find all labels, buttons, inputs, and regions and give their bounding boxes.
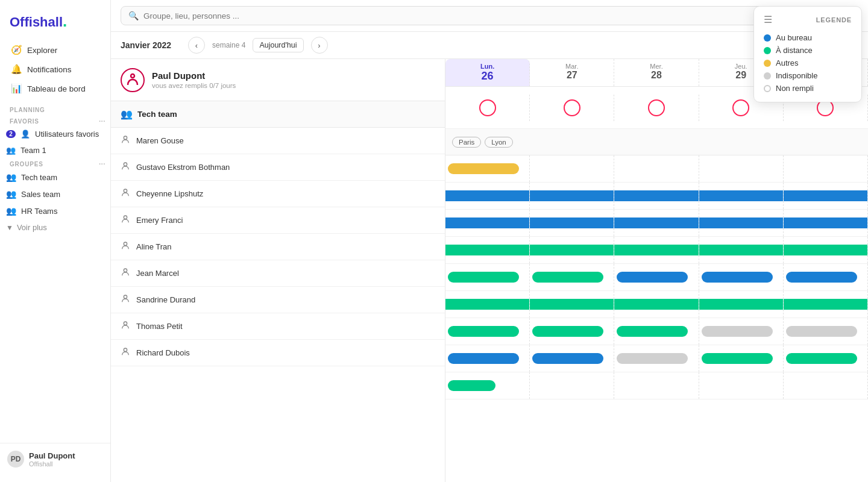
gustavo-day-1[interactable] <box>445 183 530 209</box>
week-label: semaine 4 <box>212 41 245 49</box>
thomas-day-5[interactable] <box>784 345 868 372</box>
emery-day-2[interactable] <box>530 237 614 263</box>
maren-day-3[interactable] <box>614 155 699 182</box>
today-btn[interactable]: Aujourd'hui <box>253 38 303 52</box>
richard-day-5[interactable] <box>784 372 868 399</box>
emery-day-1[interactable] <box>445 237 530 263</box>
status-bar <box>445 299 529 310</box>
voir-plus-btn[interactable]: ▼ Voir plus <box>0 219 110 236</box>
jean-day-4[interactable] <box>699 291 784 318</box>
sidebar-item-tableau[interactable]: 📊 Tableau de bord <box>5 79 105 98</box>
aline-day-1[interactable] <box>445 264 530 290</box>
team-icon: 👥 <box>6 146 16 155</box>
cheyenne-day-3[interactable] <box>614 210 699 236</box>
aline-day-4[interactable] <box>699 264 784 290</box>
paul-day-1[interactable] <box>445 95 530 121</box>
richard-day-1[interactable] <box>445 372 530 399</box>
paul-day-2[interactable] <box>530 95 614 121</box>
aline-day-3[interactable] <box>614 264 699 290</box>
sidebar-item-tech-team[interactable]: 👥 Tech team <box>0 169 110 186</box>
sidebar-item-sales-team[interactable]: 👥 Sales team <box>0 186 110 202</box>
search-input[interactable] <box>143 11 851 20</box>
group-people-icon: 👥 <box>121 108 133 120</box>
groupes-more-btn[interactable]: ··· <box>99 161 105 167</box>
gustavo-day-2[interactable] <box>530 183 614 209</box>
status-bar <box>532 272 603 283</box>
legend-popup: ☰ LEGENDE Au bureau À distance Autres In… <box>753 6 862 102</box>
sandrine-day-4[interactable] <box>699 318 784 345</box>
emery-day-3[interactable] <box>614 237 699 263</box>
svg-point-1 <box>124 136 127 139</box>
sandrine-day-5[interactable] <box>784 318 868 345</box>
cheyenne-day-4[interactable] <box>699 210 784 236</box>
search-box[interactable]: 🔍 <box>121 6 858 25</box>
sidebar-item-notifications[interactable]: 🔔 Notifications <box>5 60 105 79</box>
sandrine-day-3[interactable] <box>614 318 699 345</box>
richard-day-2[interactable] <box>530 372 614 399</box>
svg-point-4 <box>124 216 127 219</box>
status-bar <box>702 353 773 364</box>
table-row: Maren Gouse <box>111 128 445 154</box>
gustavo-day-4[interactable] <box>699 183 784 209</box>
emery-day-5[interactable] <box>784 237 868 263</box>
favoris-more-btn[interactable]: ··· <box>99 118 105 125</box>
svg-point-8 <box>124 322 127 325</box>
svg-point-0 <box>131 74 134 78</box>
thomas-day-3[interactable] <box>614 345 699 372</box>
sandrine-day-1[interactable] <box>445 318 530 345</box>
day-circle <box>648 99 665 116</box>
richard-day-4[interactable] <box>699 372 784 399</box>
jean-day-2[interactable] <box>530 291 614 318</box>
sidebar-item-explorer[interactable]: 🧭 Explorer <box>5 40 105 60</box>
member-name: Sandrine Durand <box>136 295 195 304</box>
sidebar: Offishall. 🧭 Explorer 🔔 Notifications 📊 … <box>0 0 111 482</box>
status-bar <box>699 218 783 228</box>
table-row: Jean Marcel <box>111 260 445 287</box>
emery-day-4[interactable] <box>699 237 784 263</box>
team-group-icon3: 👥 <box>6 206 16 216</box>
favoris-badge: 2 <box>6 130 16 138</box>
cheyenne-day-1[interactable] <box>445 210 530 236</box>
person-icon <box>121 161 130 173</box>
day-header-tue: Mar. 27 <box>530 59 614 86</box>
maren-day-5[interactable] <box>784 155 868 182</box>
person-icon <box>121 294 130 305</box>
maren-day-2[interactable] <box>530 155 614 182</box>
search-icon: 🔍 <box>128 11 139 20</box>
svg-point-2 <box>124 163 127 166</box>
status-bar <box>448 353 519 364</box>
jean-day-3[interactable] <box>614 291 699 318</box>
paul-day-3[interactable] <box>614 95 699 121</box>
jean-day-1[interactable] <box>445 291 530 318</box>
prev-week-btn[interactable]: ‹ <box>188 37 205 54</box>
sidebar-item-team1[interactable]: 👥 Team 1 <box>0 142 110 158</box>
aline-day-5[interactable] <box>784 264 868 290</box>
cheyenne-day-2[interactable] <box>530 210 614 236</box>
calendar-month-year: Janvier 2022 <box>121 40 181 50</box>
sidebar-user[interactable]: PD Paul Dupont Offishall <box>0 443 110 475</box>
cheyenne-day-5[interactable] <box>784 210 868 236</box>
thomas-day-2[interactable] <box>530 345 614 372</box>
dashboard-icon: 📊 <box>11 83 22 94</box>
legend-header: ☰ LEGENDE <box>764 14 852 25</box>
thomas-day-4[interactable] <box>699 345 784 372</box>
richard-day-3[interactable] <box>614 372 699 399</box>
status-bar <box>448 272 519 283</box>
sandrine-day-2[interactable] <box>530 318 614 345</box>
member-name: Gustavo Ekstrom Bothman <box>136 163 230 172</box>
next-week-btn[interactable]: › <box>311 37 328 54</box>
sandrine-data-row <box>445 318 868 345</box>
day-circle <box>732 99 749 116</box>
svg-point-3 <box>124 189 127 192</box>
jean-day-5[interactable] <box>784 291 868 318</box>
gustavo-day-5[interactable] <box>784 183 868 209</box>
gustavo-day-3[interactable] <box>614 183 699 209</box>
thomas-day-1[interactable] <box>445 345 530 372</box>
maren-day-4[interactable] <box>699 155 784 182</box>
status-bar <box>702 326 773 337</box>
aline-day-2[interactable] <box>530 264 614 290</box>
sidebar-item-utilisateurs[interactable]: 2 👤 Utilisateurs favoris <box>0 126 110 142</box>
maren-day-1[interactable] <box>445 155 530 182</box>
sidebar-item-hr-teams[interactable]: 👥 HR Teams <box>0 202 110 219</box>
data-rows: Paris Lyon <box>445 87 868 482</box>
